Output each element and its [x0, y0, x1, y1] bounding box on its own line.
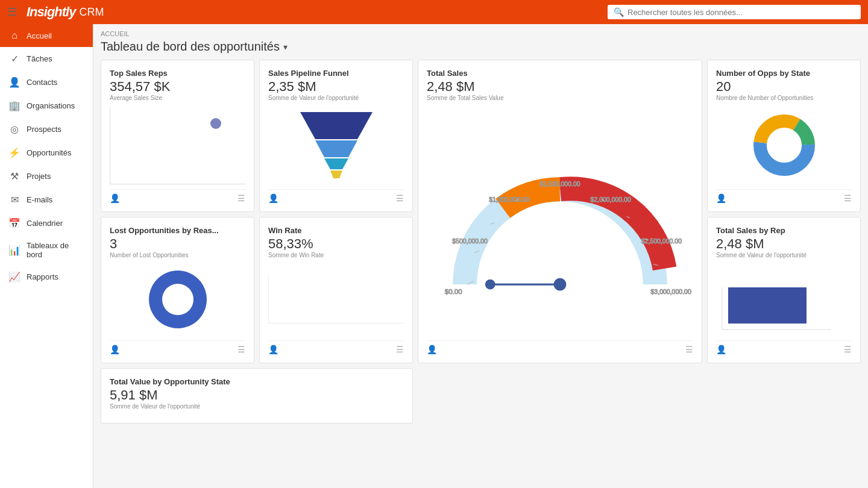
list-icon-2[interactable]: ☰: [396, 193, 404, 203]
card-opps-by-state: Number of Opps by State 20 Nombre de Num…: [707, 60, 861, 212]
organisations-icon: 🏢: [8, 100, 20, 111]
card-lost-opps-value: 3: [110, 236, 245, 252]
hamburger-menu[interactable]: ☰: [7, 5, 17, 19]
svg-marker-0: [300, 112, 373, 139]
svg-point-21: [553, 278, 566, 290]
funnel-chart: [288, 106, 385, 184]
page-title: Tableau de bord des opportunités ▾: [101, 40, 861, 54]
card-total-sales-rep-chart: [716, 263, 852, 336]
logo-text: Insightly: [27, 4, 75, 20]
svg-marker-1: [315, 140, 357, 157]
card-top-sales-reps-subtitle: Average Sales Size: [110, 95, 245, 101]
sidebar-label-taches: Tâches: [27, 54, 52, 63]
svg-point-22: [485, 279, 495, 289]
page-title-dropdown-arrow[interactable]: ▾: [283, 42, 288, 52]
card-total-sales-title: Total Sales: [427, 69, 693, 78]
sidebar-label-tableaux: Tableaux de bord: [27, 241, 84, 259]
card-sales-pipeline-value: 2,35 $M: [268, 79, 404, 95]
sidebar-label-opportunites: Opportunités: [27, 148, 71, 157]
emails-icon: ✉: [8, 194, 20, 205]
list-icon-5[interactable]: ☰: [237, 345, 245, 354]
sidebar-label-accueil: Accueil: [27, 31, 52, 40]
scatter-dot: [210, 118, 221, 129]
sidebar-item-calendrier[interactable]: 📅 Calendrier: [0, 211, 93, 235]
card-total-sales-footer: 👤 ☰: [427, 340, 693, 354]
person-icon-6[interactable]: 👤: [268, 345, 278, 354]
card-total-value-by-state: Total Value by Opportunity State 5,91 $M…: [101, 368, 413, 424]
sidebar-item-projets[interactable]: ⚒ Projets: [0, 164, 93, 188]
top-navigation: ☰ Insightly CRM 🔍: [0, 0, 868, 24]
card-total-sales-rep-subtitle: Somme de Valeur de l'opportunité: [716, 252, 852, 258]
sidebar-label-prospects: Prospects: [27, 125, 61, 134]
person-icon-3[interactable]: 👤: [427, 345, 437, 354]
person-icon-4[interactable]: 👤: [716, 193, 726, 203]
sidebar-label-organisations: Organisations: [27, 101, 75, 110]
list-icon-7[interactable]: ☰: [844, 345, 852, 354]
card-win-rate: Win Rate 58,33% Somme de Win Rate 👤 ☰: [259, 217, 413, 363]
card-win-rate-subtitle: Somme de Win Rate: [268, 252, 404, 258]
card-lost-opps: Lost Opportunities by Reas... 3 Number o…: [101, 217, 254, 363]
card-lost-opps-subtitle: Number of Lost Opportunities: [110, 252, 245, 258]
home-icon: ⌂: [8, 30, 20, 41]
svg-marker-2: [324, 158, 348, 169]
list-icon-3[interactable]: ☰: [685, 345, 693, 354]
search-bar[interactable]: 🔍: [608, 5, 861, 19]
person-icon[interactable]: 👤: [110, 193, 120, 203]
person-icon-5[interactable]: 👤: [110, 345, 120, 354]
crm-label: CRM: [79, 6, 104, 19]
card-sales-pipeline-subtitle: Somme de Valeur de l'opportunité: [268, 95, 404, 101]
main-layout: ⌂ Accueil ✓ Tâches 👤 Contacts 🏢 Organisa…: [0, 24, 868, 488]
svg-text:$1,000,000.00: $1,000,000.00: [489, 196, 529, 203]
card-top-sales-reps-value: 354,57 $K: [110, 79, 245, 95]
sidebar-item-opportunites[interactable]: ⚡ Opportunités: [0, 141, 93, 164]
card-opps-state-footer: 👤 ☰: [716, 189, 852, 203]
card-top-sales-reps-title: Top Sales Reps: [110, 69, 245, 78]
projects-icon: ⚒: [8, 170, 20, 182]
list-icon[interactable]: ☰: [237, 193, 245, 203]
sidebar-item-prospects[interactable]: ◎ Prospects: [0, 117, 93, 141]
card-total-value-value: 5,91 $M: [110, 387, 404, 403]
svg-text:$500,000.00: $500,000.00: [452, 237, 488, 244]
page-title-text: Tableau de bord des opportunités: [101, 40, 280, 54]
card-total-sales-chart: $0.00 $500,000.00 $1,000,000.00 $1,500,0…: [427, 106, 693, 336]
card-opps-state-chart: [716, 106, 852, 184]
card-lost-opps-title: Lost Opportunities by Reas...: [110, 226, 245, 235]
app-logo: Insightly CRM: [27, 4, 104, 20]
card-total-sales-rep-title: Total Sales by Rep: [716, 226, 852, 235]
sidebar-item-organisations[interactable]: 🏢 Organisations: [0, 94, 93, 117]
list-icon-6[interactable]: ☰: [396, 345, 404, 354]
card-sales-pipeline: Sales Pipeline Funnel 2,35 $M Somme de V…: [259, 60, 413, 212]
sidebar-item-accueil[interactable]: ⌂ Accueil: [0, 24, 93, 47]
calendar-icon: 📅: [8, 217, 20, 229]
sidebar-item-emails[interactable]: ✉ E-mails: [0, 188, 93, 211]
bar-chart-sales-rep: [716, 281, 837, 336]
sidebar-item-taches[interactable]: ✓ Tâches: [0, 47, 93, 70]
search-input[interactable]: [627, 8, 855, 17]
list-icon-4[interactable]: ☰: [844, 193, 852, 203]
opportunities-icon: ⚡: [8, 147, 20, 158]
search-icon: 🔍: [614, 7, 624, 17]
card-opps-state-title: Number of Opps by State: [716, 69, 852, 78]
sidebar-item-tableaux[interactable]: 📊 Tableaux de bord: [0, 235, 93, 265]
card-lost-opps-chart: [110, 263, 245, 336]
card-sales-pipeline-title: Sales Pipeline Funnel: [268, 69, 404, 78]
sidebar-item-contacts[interactable]: 👤 Contacts: [0, 70, 93, 94]
svg-point-28: [162, 284, 193, 315]
card-top-sales-reps: Top Sales Reps 354,57 $K Average Sales S…: [101, 60, 254, 212]
sidebar-item-rapports[interactable]: 📈 Rapports: [0, 265, 93, 289]
card-opps-state-value: 20: [716, 79, 852, 95]
sidebar-label-projets: Projets: [27, 172, 51, 181]
card-total-sales: Total Sales 2,48 $M Somme de Total Sales…: [418, 60, 702, 363]
svg-text:$2,500,000.00: $2,500,000.00: [641, 237, 682, 244]
sidebar-label-emails: E-mails: [27, 195, 52, 204]
card-sales-pipeline-footer: 👤 ☰: [268, 189, 404, 203]
card-total-sales-subtitle: Somme de Total Sales Value: [427, 95, 693, 101]
svg-text:$0.00: $0.00: [445, 288, 462, 295]
person-icon-2[interactable]: 👤: [268, 193, 278, 203]
svg-text:$2,000,000.00: $2,000,000.00: [591, 196, 631, 203]
prospects-icon: ◎: [8, 124, 20, 135]
card-sales-pipeline-chart: [268, 106, 404, 184]
card-win-rate-footer: 👤 ☰: [268, 340, 404, 354]
donut-chart-lost: [142, 263, 214, 336]
person-icon-7[interactable]: 👤: [716, 345, 726, 354]
